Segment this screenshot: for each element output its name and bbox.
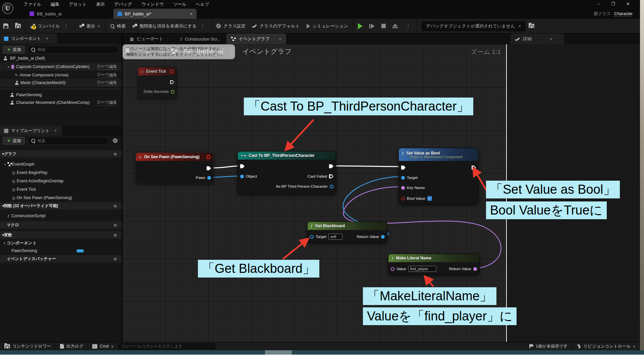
row-event-tick[interactable]: ◇ Event Tick	[0, 185, 122, 193]
edit-in-cpp-link[interactable]: C++で編集	[97, 64, 117, 70]
class-settings-button[interactable]: クラス設定	[213, 19, 249, 34]
cast-failed-exec-pin[interactable]	[329, 174, 333, 178]
console-command-input[interactable]	[118, 343, 215, 350]
component-row-arrow[interactable]: ↖ Arrow Component (Arrow) C++で編集	[0, 71, 122, 79]
my-blueprint-search[interactable]	[28, 137, 108, 145]
exec-out-pin[interactable]	[170, 80, 174, 84]
components-search-input[interactable]	[38, 47, 115, 52]
cmd-dropdown[interactable]: >_ Cmd ∨	[88, 342, 118, 350]
diff-button[interactable]: 差分 ∨	[76, 19, 104, 34]
bool-value-in-pin[interactable]	[401, 197, 405, 200]
component-row-capsule[interactable]: ▾ Capsule Component (CollisionCylinder) …	[0, 63, 122, 71]
target-value-field[interactable]	[328, 234, 342, 240]
node-get-blackboard[interactable]: ƒ Get Blackboard Target Return Value	[307, 222, 387, 242]
save-button[interactable]	[0, 19, 12, 34]
hide-unrelated-button[interactable]: 無関係な項目を非表示にする ⋮	[129, 19, 210, 34]
unsaved-status-button[interactable]: 1個が未保存です	[525, 342, 572, 350]
add-dispatcher-icon[interactable]: ⊕	[113, 256, 117, 261]
close-icon[interactable]: ×	[550, 37, 552, 42]
return-value-out-pin[interactable]	[473, 267, 477, 271]
menu-edit[interactable]: 編集	[51, 1, 59, 7]
node-on-see-pawn[interactable]: ◇ On See Pawn (PawnSensing) Pawn	[136, 153, 214, 183]
close-button[interactable]: ✕	[626, 1, 630, 6]
menu-tools[interactable]: ツール	[173, 1, 186, 7]
breadcrumb-asset[interactable]: BP_battle_ai	[183, 48, 223, 55]
add-graph-icon[interactable]: ⊕	[113, 152, 117, 157]
component-row-charmove[interactable]: Character Movement (CharMoveComp) C++で編集	[0, 99, 122, 107]
find-button[interactable]: 検索	[107, 19, 129, 34]
row-event-actorbeginoverlap[interactable]: ◇ Event ActorBeginOverlap	[0, 177, 122, 185]
compile-options-icon[interactable]: ⋮	[62, 23, 70, 29]
my-blueprint-search-input[interactable]	[38, 138, 105, 143]
tab-viewport[interactable]: ▦ ビューポート	[125, 34, 168, 44]
key-name-in-pin[interactable]	[401, 186, 405, 190]
value-in-pin[interactable]	[391, 267, 394, 271]
target-in-pin[interactable]	[401, 176, 405, 180]
section-variables[interactable]: ▾変数 ⊕	[0, 231, 122, 239]
exec-out-pin[interactable]	[207, 166, 211, 170]
menu-file[interactable]: ファイル	[23, 1, 41, 7]
value-field[interactable]	[408, 266, 436, 272]
tab-details-panel[interactable]: 詳細 ×	[511, 34, 564, 44]
components-search[interactable]	[28, 46, 118, 54]
debug-browse-button[interactable]	[525, 19, 538, 34]
component-row-self[interactable]: BP_battle_ai (Self)	[0, 54, 122, 62]
section-event-dispatchers[interactable]: イベントディスパッチャー ⊕	[0, 255, 122, 262]
menu-view[interactable]: 表示	[96, 1, 105, 7]
return-value-out-pin[interactable]	[381, 235, 385, 239]
parent-class-link[interactable]: Character	[614, 11, 633, 16]
add-component-button[interactable]: ＋追加	[3, 46, 25, 54]
compile-button[interactable]: ? コンパイル ⋮	[27, 19, 73, 34]
my-blueprint-settings-icon[interactable]	[113, 138, 118, 143]
tab-bp-battle-ai[interactable]: BP_battle_ai* ×	[113, 9, 197, 19]
stop-button[interactable]	[378, 19, 389, 34]
node-cast-to-bp-thirdpersoncharacter[interactable]: ‣➔ Cast To BP_ThirdPersonCharacter Objec…	[237, 151, 336, 194]
browse-asset-button[interactable]	[12, 19, 24, 34]
as-character-out-pin[interactable]	[330, 185, 333, 188]
pawn-out-pin[interactable]	[207, 176, 211, 180]
menu-help[interactable]: ヘルプ	[196, 1, 209, 7]
node-make-literal-name[interactable]: ƒ Make Literal Name Value Return Value	[388, 254, 480, 275]
row-constructionscript[interactable]: ƒ ConstructionScript	[0, 212, 122, 220]
simulate-button[interactable]: シミュレーション	[303, 19, 352, 34]
target-in-pin[interactable]	[310, 235, 314, 239]
play-button[interactable]	[355, 19, 366, 34]
edit-in-cpp-link[interactable]: C++で編集	[97, 72, 117, 78]
add-blueprint-item-button[interactable]: ＋追加	[3, 137, 25, 145]
tab-my-blueprint-panel[interactable]: マイブループリント ×	[0, 126, 62, 136]
edit-in-cpp-link[interactable]: C++で編集	[97, 80, 117, 86]
nav-back-icon[interactable]: ←	[145, 48, 152, 55]
revision-control-button[interactable]: リビジョンコントロール ∨	[573, 342, 640, 350]
row-eventgraph[interactable]: ▾ EventGraph	[0, 160, 122, 168]
class-defaults-button[interactable]: クラスのデフォルト	[249, 19, 303, 34]
close-icon[interactable]: ×	[54, 128, 57, 133]
exec-out-pin[interactable]	[472, 166, 476, 170]
tab-construction-script[interactable]: ƒ Construction Scr...	[175, 34, 225, 44]
node-set-value-as-bool[interactable]: ƒ Set Value as Bool Target is Blackboard…	[398, 148, 479, 204]
close-icon[interactable]: ×	[46, 36, 48, 41]
section-macros[interactable]: マクロ ⊕	[0, 221, 122, 229]
add-function-icon[interactable]: ⊕	[113, 203, 117, 208]
minimize-button[interactable]: –	[597, 1, 599, 6]
content-drawer-button[interactable]: コンテンツドロワー	[0, 342, 55, 350]
section-graphs[interactable]: ▾グラフ ⊕	[0, 150, 122, 158]
frame-skip-button[interactable]	[366, 19, 378, 34]
bool-value-checkbox[interactable]: ✓	[427, 196, 432, 201]
row-event-beginplay[interactable]: ◇ Event BeginPlay	[0, 169, 122, 177]
exec-out-pin[interactable]	[329, 164, 333, 168]
delta-seconds-pin[interactable]	[171, 90, 174, 94]
tab-close-icon[interactable]: ×	[190, 11, 193, 16]
add-macro-icon[interactable]: ⊕	[113, 223, 117, 228]
tab-bb-battle-ai[interactable]: BB_battle_ai	[25, 9, 66, 19]
row-event-onseepawn[interactable]: ◇ On See Pawn (PawnSensing)	[0, 194, 122, 202]
eject-button[interactable]	[389, 19, 401, 34]
row-variable-pawnsensing[interactable]: PawnSensing	[0, 247, 122, 255]
component-row-mesh[interactable]: Mesh (CharacterMesh0) C++で編集	[0, 79, 122, 87]
add-variable-icon[interactable]: ⊕	[113, 233, 117, 238]
hide-unrelated-options-icon[interactable]: ⋮	[199, 23, 206, 29]
tab-event-graph[interactable]: イベントグラフ ×	[226, 34, 286, 44]
node-event-tick[interactable]: ◇ Event Tick Delta Seconds	[138, 67, 177, 99]
menu-window[interactable]: ウィンドウ	[142, 1, 164, 7]
tab-components-panel[interactable]: コンポーネント ×	[0, 34, 57, 44]
nav-forward-icon[interactable]: →	[158, 48, 165, 55]
